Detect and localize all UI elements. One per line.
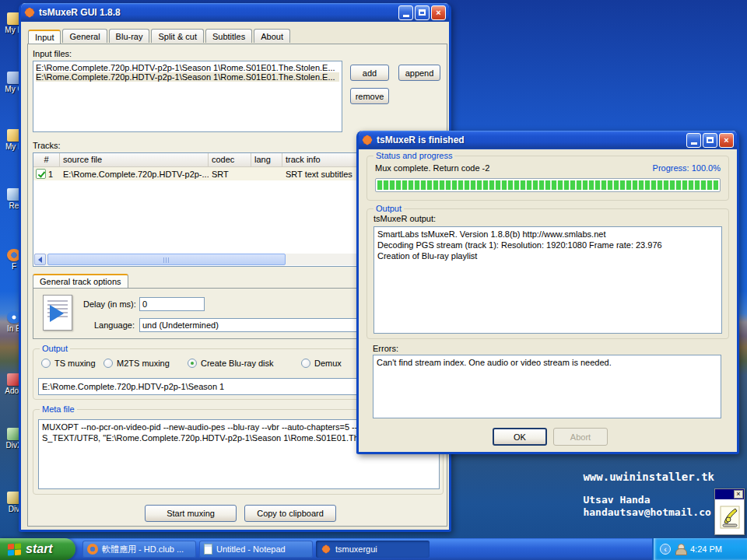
remove-button[interactable]: remove xyxy=(350,88,389,104)
start-muxing-button[interactable]: Start muxing xyxy=(145,505,237,522)
delay-input[interactable]: 0 xyxy=(139,297,205,311)
scrollbar-thumb[interactable] xyxy=(47,254,286,265)
track-enabled-checkbox[interactable] xyxy=(36,169,46,179)
radio-ts-muxing[interactable]: TS muxing xyxy=(41,359,103,368)
window-title: tsMuxeR GUI 1.8.8 xyxy=(39,7,397,18)
dialog-title: tsMuxeR is finished xyxy=(377,135,685,145)
system-tray: ‹ 4:24 PM xyxy=(652,538,747,560)
tsmuxer-finished-dialog: tsMuxeR is finished × Status and progres… xyxy=(356,131,739,454)
delay-label: Delay (in ms): xyxy=(83,299,135,309)
tab-subtitles[interactable]: Subtitles xyxy=(205,29,252,43)
tsmuxer-app-icon xyxy=(24,7,35,18)
tab-about[interactable]: About xyxy=(254,29,290,43)
tab-general-track-options[interactable]: General track options xyxy=(33,274,128,288)
status-group-title: Status and progress xyxy=(374,151,454,160)
minimize-button[interactable] xyxy=(398,5,413,20)
column-header[interactable]: # xyxy=(33,153,60,166)
meta-file-group-title: Meta file xyxy=(40,404,77,414)
email-text: handautsav@hotmail.co xyxy=(583,506,714,519)
desktop: My D My C My F Re F In E Adob DivX Div w… xyxy=(0,0,747,560)
close-icon[interactable]: × xyxy=(734,490,743,499)
track-codec: SRT xyxy=(209,170,251,179)
radio-demux[interactable]: Demux xyxy=(301,359,342,368)
taskbar-item-tsmuxergui[interactable]: tsmuxergui xyxy=(316,541,430,558)
append-button[interactable]: append xyxy=(398,65,440,81)
output-group-title: Output xyxy=(40,344,70,353)
tsmuxer-app-icon xyxy=(362,135,373,145)
main-titlebar[interactable]: tsMuxeR GUI 1.8.8 × xyxy=(21,3,449,22)
windows-flag-icon xyxy=(8,543,21,555)
subtitle-file-icon xyxy=(43,295,72,331)
desktop-overlay-text: www.uwininstaller.tk Utsav Handa handaut… xyxy=(583,471,714,519)
close-button[interactable]: × xyxy=(431,5,446,20)
close-button[interactable]: × xyxy=(719,133,734,148)
tsmuxer-output-label: tsMuxeR output: xyxy=(374,214,436,223)
tsmuxer-app-icon xyxy=(321,544,331,554)
taskbar-item-notepad[interactable]: Untitled - Notepad xyxy=(199,541,313,558)
radio-create-bluray[interactable]: Create Blu-ray disk xyxy=(188,359,301,368)
taskbar-item-firefox[interactable]: 軟體應用 - HD.club ... xyxy=(82,541,196,558)
status-message: Mux complete. Return code -2 xyxy=(375,163,489,173)
website-text: www.uwininstaller.tk xyxy=(583,471,714,483)
ok-button[interactable]: OK xyxy=(493,428,547,446)
progress-fill xyxy=(377,180,718,190)
track-number: 1 xyxy=(48,170,53,179)
errors-label: Errors: xyxy=(373,344,398,353)
progress-label: Progress: 100.0% xyxy=(653,163,721,173)
copy-to-clipboard-button[interactable]: Copy to clipboard xyxy=(244,505,336,522)
messenger-person-icon[interactable] xyxy=(675,544,686,555)
tab-bluray[interactable]: Blu-ray xyxy=(109,29,150,43)
progress-bar xyxy=(375,178,721,192)
add-button[interactable]: add xyxy=(350,65,389,81)
dialog-output-groupbox: Output tsMuxeR output: SmartLabs tsMuxeR… xyxy=(366,208,729,339)
input-files-label: Input files: xyxy=(33,49,72,58)
taskbar: start 軟體應用 - HD.club ... Untitled - Note… xyxy=(0,538,747,560)
input-files-listbox[interactable]: E:\Rome.Complete.720p.HDTV-p2p-1\Season … xyxy=(33,61,342,132)
dialog-output-group-title: Output xyxy=(374,204,404,213)
radio-m2ts-muxing[interactable]: M2TS muxing xyxy=(103,359,188,368)
abort-button[interactable]: Abort xyxy=(553,428,608,446)
language-label: Language: xyxy=(83,320,135,330)
tab-general[interactable]: General xyxy=(62,29,107,43)
tracks-label: Tracks: xyxy=(33,141,61,150)
column-header[interactable]: lang xyxy=(251,153,282,166)
scroll-left-arrow[interactable] xyxy=(34,254,46,265)
column-header[interactable]: source file xyxy=(60,153,209,166)
author-text: Utsav Handa xyxy=(583,494,714,506)
clock[interactable]: 4:24 PM xyxy=(690,544,722,554)
tab-input[interactable]: Input xyxy=(28,30,61,44)
status-groupbox: Status and progress Mux complete. Return… xyxy=(366,156,729,201)
maximize-button[interactable] xyxy=(703,133,717,148)
notepad-icon xyxy=(204,544,212,555)
dialog-titlebar[interactable]: tsMuxeR is finished × xyxy=(359,131,737,149)
track-source: E:\Rome.Complete.720p.HDTV-p2p-... xyxy=(60,170,209,179)
tab-split-cut[interactable]: Split & cut xyxy=(151,29,204,43)
errors-textarea[interactable]: Can't find stream index. One audio or vi… xyxy=(373,355,721,418)
column-header[interactable]: codec xyxy=(209,153,251,166)
tsmuxer-output-textarea[interactable]: SmartLabs tsMuxeR. Version 1.8.8(b) http… xyxy=(374,226,722,334)
tab-strip: InputGeneralBlu-raySplit & cutSubtitlesA… xyxy=(28,29,292,43)
mini-widget-window: × xyxy=(714,488,745,535)
maximize-button[interactable] xyxy=(415,5,430,20)
chevron-left-icon[interactable]: ‹ xyxy=(660,544,671,555)
pen-hand-icon xyxy=(720,506,740,529)
list-item[interactable]: E:\Rome.Complete.720p.HDTV-p2p-1\Season … xyxy=(36,63,339,72)
firefox-icon xyxy=(87,544,98,555)
start-button[interactable]: start xyxy=(0,538,75,560)
mini-widget-titlebar: × xyxy=(715,489,744,499)
minimize-button[interactable] xyxy=(686,133,701,148)
list-item[interactable]: E:\Rome.Complete.720p.HDTV-p2p-1\Season … xyxy=(36,72,339,82)
